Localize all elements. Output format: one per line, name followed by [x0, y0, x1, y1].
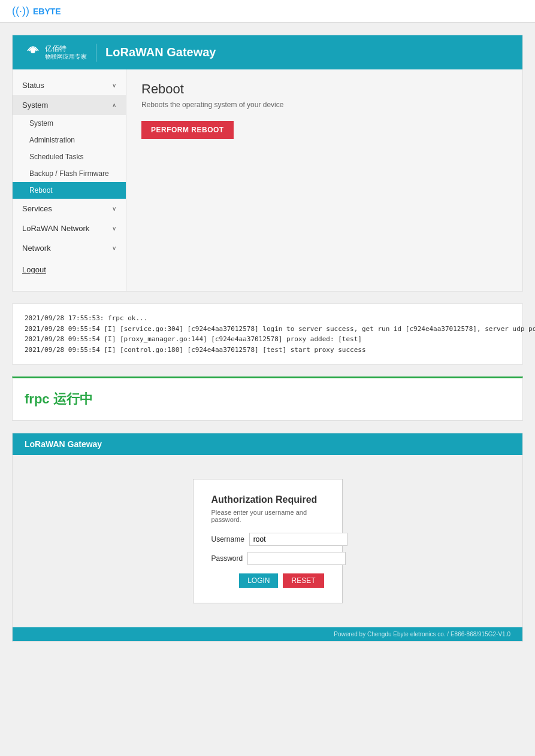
sidebar-subitem-system[interactable]: System	[13, 115, 126, 132]
sidebar-item-network[interactable]: Network ∨	[13, 238, 126, 258]
gateway-panel2: LoRaWAN Gateway Authorization Required P…	[12, 433, 523, 642]
ebyte-logo-icon: ((·))	[12, 5, 29, 17]
sidebar-item-services[interactable]: Services ∨	[13, 199, 126, 218]
sidebar-item-status[interactable]: Status ∨	[13, 75, 126, 95]
gateway-panel: 亿佰特 物联网应用专家 LoRaWAN Gateway Status ∨ Sys…	[12, 35, 523, 292]
sidebar-item-status-label: Status	[22, 81, 44, 90]
gateway-header2: LoRaWAN Gateway	[13, 433, 522, 455]
sidebar-item-network-chevron: ∨	[112, 245, 116, 251]
sidebar-item-status-chevron: ∨	[112, 82, 116, 89]
password-row: Password	[211, 552, 324, 565]
auth-desc: Please enter your username and password.	[211, 509, 324, 523]
sidebar: Status ∨ System ∧ System Administration …	[13, 69, 126, 291]
frpc-section: frpc 运行中	[12, 377, 523, 421]
sidebar-item-services-chevron: ∨	[112, 205, 116, 212]
password-input[interactable]	[247, 552, 346, 565]
gateway-title: LoRaWAN Gateway	[105, 45, 216, 59]
sidebar-subitem-reboot[interactable]: Reboot	[13, 182, 126, 199]
auth-box: Authorization Required Please enter your…	[193, 479, 343, 603]
sidebar-item-system-chevron: ∧	[112, 102, 116, 108]
username-label: Username	[211, 535, 244, 544]
sidebar-subitem-administration[interactable]: Administration	[13, 132, 126, 148]
page-title: Reboot	[141, 81, 507, 97]
auth-title: Authorization Required	[211, 494, 324, 505]
perform-reboot-button[interactable]: PERFORM REBOOT	[141, 121, 234, 139]
gateway-logo: 亿佰特 物联网应用专家	[25, 42, 87, 62]
page-desc: Reboots the operating system of your dev…	[141, 101, 507, 109]
sidebar-item-system[interactable]: System ∧	[13, 95, 126, 115]
sidebar-item-services-label: Services	[22, 204, 52, 213]
gateway-logo-icon	[25, 42, 41, 62]
sidebar-item-lorawan-network-chevron: ∨	[112, 225, 116, 232]
sidebar-item-system-label: System	[22, 101, 48, 110]
main-content: Reboot Reboots the operating system of y…	[126, 69, 522, 291]
gateway-logo-text: 亿佰特 物联网应用专家	[45, 44, 87, 60]
username-input[interactable]	[249, 533, 347, 546]
log-text: 2021/09/28 17:55:53: frpc ok... 2021/09/…	[25, 313, 510, 355]
username-row: Username	[211, 533, 324, 546]
auth-section: Authorization Required Please enter your…	[13, 455, 522, 627]
sidebar-item-network-label: Network	[22, 244, 51, 253]
password-label: Password	[211, 554, 243, 563]
login-button[interactable]: LOGIN	[239, 573, 278, 588]
sidebar-subitem-backup-flash[interactable]: Backup / Flash Firmware	[13, 165, 126, 182]
gateway-footer: Powered by Chengdu Ebyte eletronics co. …	[13, 627, 522, 641]
sidebar-subitem-scheduled-tasks[interactable]: Scheduled Tasks	[13, 148, 126, 165]
log-section: 2021/09/28 17:55:53: frpc ok... 2021/09/…	[12, 303, 523, 365]
sidebar-item-lorawan-network[interactable]: LoRaWAN Network ∨	[13, 218, 126, 238]
header-divider	[96, 44, 96, 62]
top-logo: ((·)) EBYTE	[12, 5, 61, 17]
auth-buttons: LOGIN RESET	[211, 573, 324, 588]
sidebar-item-lorawan-network-label: LoRaWAN Network	[22, 224, 89, 233]
frpc-title: frpc 运行中	[25, 390, 510, 408]
reset-button[interactable]: RESET	[283, 573, 324, 588]
gateway-body: Status ∨ System ∧ System Administration …	[13, 69, 522, 291]
top-header: ((·)) EBYTE	[0, 0, 535, 23]
logout-link[interactable]: Logout	[13, 258, 126, 281]
gateway-header: 亿佰特 物联网应用专家 LoRaWAN Gateway	[13, 35, 522, 69]
ebyte-logo-text: EBYTE	[33, 7, 61, 16]
